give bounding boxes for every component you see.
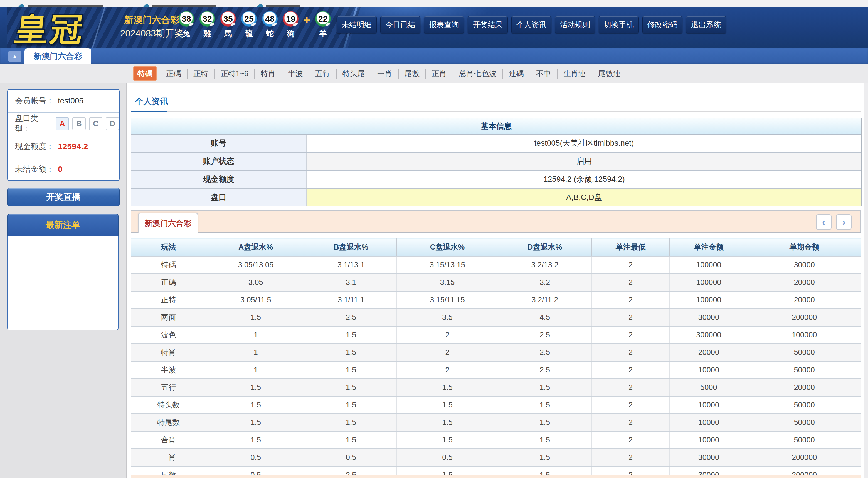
header-menu-button[interactable]: 退出系统 xyxy=(686,16,726,33)
account-panel: 会员帐号： test005 盘口类型： ABCD 现金额度： 12594.2 未… xyxy=(7,89,120,181)
odds-cell: 100000 xyxy=(670,256,748,274)
odds-cell: 50000 xyxy=(748,361,861,379)
odds-cell: 2 xyxy=(397,326,498,344)
odds-cell: 5000 xyxy=(670,379,748,396)
bookmark-item[interactable] xyxy=(145,4,216,7)
subnav-item[interactable]: 一肖 xyxy=(371,69,398,79)
odds-tab-new-macau[interactable]: 新澳门六合彩 xyxy=(138,213,198,233)
subnav-item[interactable]: 半波 xyxy=(282,69,309,79)
live-draw-button[interactable]: 开奖直播 xyxy=(7,187,120,206)
odds-cell: 1.5 xyxy=(498,379,591,396)
bookmark-item[interactable] xyxy=(258,4,300,7)
odds-cell: 1.5 xyxy=(498,396,591,414)
odds-cell: 20000 xyxy=(748,379,861,396)
subnav-item[interactable]: 特头尾 xyxy=(336,69,371,79)
subnav-item[interactable]: 不中 xyxy=(530,69,557,79)
account-row: 会员帐号： test005 xyxy=(8,90,119,112)
content: 会员帐号： test005 盘口类型： ABCD 现金额度： 12594.2 未… xyxy=(0,83,868,478)
header-menu-button[interactable]: 切换手机 xyxy=(599,16,639,33)
odds-cell: 0.5 xyxy=(206,449,306,466)
odds-cell: 3.1 xyxy=(306,274,397,291)
odds-cell: 2 xyxy=(591,414,670,431)
odds-table-row: 五行1.51.51.51.52500020000 xyxy=(131,379,861,396)
subnav-item[interactable]: 尾數 xyxy=(398,69,425,79)
subnav-item[interactable]: 連碼 xyxy=(502,69,530,79)
subnav-item[interactable]: 特肖 xyxy=(254,69,282,79)
odds-cell: 2.5 xyxy=(498,344,591,361)
ball-number: 35 xyxy=(223,14,232,24)
bet-type-list: 特碼正碼正特正特1~6特肖半波五行特头尾一肖尾數正肖总肖七色波連碼不中生肖連尾數… xyxy=(133,66,626,81)
odds-cell: 2 xyxy=(591,291,670,309)
plus-separator: + xyxy=(303,13,310,39)
subnav-item[interactable]: 总肖七色波 xyxy=(453,69,502,79)
header-menu-button[interactable]: 活动规则 xyxy=(555,16,595,33)
ball-zodiac-label: 羊 xyxy=(315,28,331,39)
handicap-option-c[interactable]: C xyxy=(89,117,102,130)
odds-row-label: 特尾数 xyxy=(131,414,206,431)
odds-cell: 3.15/13.15 xyxy=(397,256,498,274)
odds-cell: 1.5 xyxy=(397,396,498,414)
odds-row-label: 正碼 xyxy=(131,274,206,291)
ball-number: 19 xyxy=(286,14,295,24)
odds-cell: 100000 xyxy=(670,291,748,309)
odds-table-row: 正特3.05/11.53.1/11.13.15/11.153.2/11.2210… xyxy=(131,291,861,309)
odds-table-row: 特头数1.51.51.51.521000050000 xyxy=(131,396,861,414)
odds-cell: 30000 xyxy=(670,309,748,326)
ball-zodiac-label: 蛇 xyxy=(261,28,278,39)
subnav-item[interactable]: 生肖連 xyxy=(557,69,592,79)
header-menu-button[interactable]: 开奖结果 xyxy=(468,16,508,33)
odds-row-label: 一肖 xyxy=(131,449,206,466)
subnav-item-active[interactable]: 特碼 xyxy=(133,66,157,81)
collapse-button[interactable]: ▲ xyxy=(8,51,21,62)
odds-row-label: 合肖 xyxy=(131,431,206,449)
page: 皇冠 新澳门六合彩 2024083期开奖 38兔32雞35馬25龍48蛇19狗+… xyxy=(0,0,868,478)
subnav-item[interactable]: 正碼 xyxy=(160,69,187,79)
odds-row-label: 特头数 xyxy=(131,396,206,414)
tab-new-macau-lottery[interactable]: 新澳门六合彩 xyxy=(25,48,91,65)
ball-number: 48 xyxy=(265,14,274,24)
odds-cell: 1.5 xyxy=(306,344,397,361)
odds-table: 玩法A盘退水%B盘退水%C盘退水%D盘退水%单注最低单注金额单期金额特碼3.05… xyxy=(131,238,861,478)
header-menu-button[interactable]: 今日已结 xyxy=(380,16,421,33)
header-menu-button[interactable]: 个人资讯 xyxy=(512,16,551,33)
odds-cell: 1.5 xyxy=(498,414,591,431)
odds-cell: 3.5 xyxy=(397,309,498,326)
odds-column-header: 单注金额 xyxy=(670,238,748,256)
lottery-result-balls: 38兔32雞35馬25龍48蛇19狗+22羊 xyxy=(178,11,331,39)
handicap-option-d[interactable]: D xyxy=(106,117,119,130)
odds-table-row: 特尾数1.51.51.51.521000050000 xyxy=(131,414,861,431)
odds-cell: 1 xyxy=(206,344,306,361)
bookmark-item[interactable] xyxy=(20,4,103,7)
subnav-item[interactable]: 尾數連 xyxy=(592,69,626,79)
unsettled-value: 0 xyxy=(58,165,63,174)
subnav-item[interactable]: 五行 xyxy=(309,69,336,79)
handicap-option-b[interactable]: B xyxy=(72,117,86,130)
odds-cell: 10000 xyxy=(670,361,748,379)
unsettled-label: 未结金额： xyxy=(15,164,54,174)
subnav-item[interactable]: 正肖 xyxy=(425,69,453,79)
odds-cell: 100000 xyxy=(670,274,748,291)
cash-row: 现金额度： 12594.2 xyxy=(8,135,119,158)
odds-table-wrap: 玩法A盘退水%B盘退水%C盘退水%D盘退水%单注最低单注金额单期金额特碼3.05… xyxy=(131,238,861,478)
info-row-label: 账户状态 xyxy=(131,152,307,170)
odds-cell: 1.5 xyxy=(206,309,306,326)
prev-tab-button[interactable]: ‹ xyxy=(816,214,832,230)
subnav-item[interactable]: 正特1~6 xyxy=(214,69,254,79)
header-menu-button[interactable]: 修改密码 xyxy=(642,16,682,33)
odds-cell: 100000 xyxy=(748,326,861,344)
odds-cell: 2.5 xyxy=(306,309,397,326)
lottery-ball: 38兔 xyxy=(178,11,195,39)
header-menu-button[interactable]: 未结明细 xyxy=(337,16,377,33)
lottery-ball: 48蛇 xyxy=(261,11,278,39)
ball-zodiac-label: 馬 xyxy=(220,28,237,39)
odds-cell: 1.5 xyxy=(206,379,306,396)
odds-column-header: 单期金额 xyxy=(748,238,861,256)
ball-green-icon: 38 xyxy=(179,11,194,27)
subnav-item[interactable]: 正特 xyxy=(187,69,214,79)
header-menu-button[interactable]: 报表查询 xyxy=(424,16,464,33)
odds-cell: 2 xyxy=(591,379,670,396)
odds-cell: 20000 xyxy=(748,291,861,309)
next-tab-button[interactable]: › xyxy=(836,214,851,230)
scroll-gutter[interactable] xyxy=(864,83,868,478)
handicap-option-a[interactable]: A xyxy=(56,117,69,130)
